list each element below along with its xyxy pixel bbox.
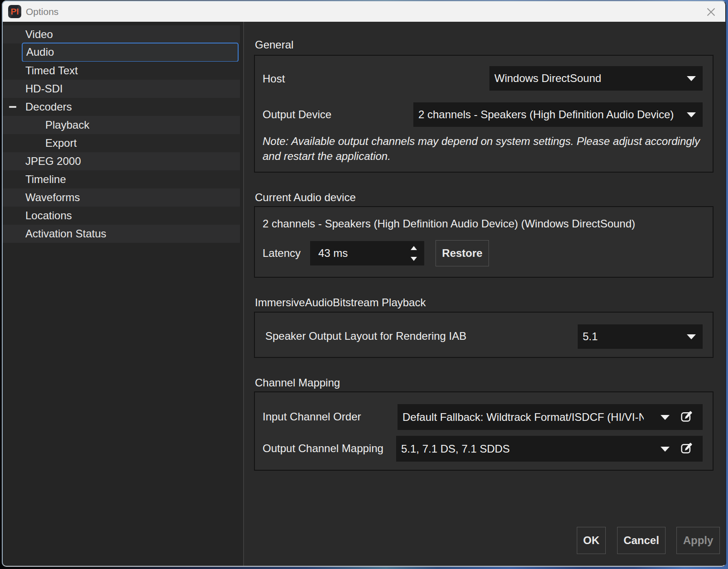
host-dropdown-value: Windows DirectSound [494,66,601,91]
titlebar[interactable]: Pl Options [2,0,726,22]
sidebar-item-label: Decoders [25,98,72,116]
current-device-text: 2 channels - Speakers (High Definition A… [263,215,635,233]
iab-layout-label: Speaker Output Layout for Rendering IAB [265,327,466,345]
dialog-content: Video Audio Timed Text HD-SDI Decoders [2,22,726,567]
close-button[interactable] [703,4,719,19]
output-device-dropdown[interactable]: 2 channels - Speakers (High Definition A… [413,102,703,127]
chevron-down-icon [687,76,696,81]
close-icon [707,8,715,16]
sidebar-item-label: Waveforms [25,188,80,207]
chevron-down-icon [687,112,696,117]
sidebar-item-locations[interactable]: Locations [3,207,240,225]
window-title: Options [26,0,58,22]
sidebar-item-jpeg-2000[interactable]: JPEG 2000 [3,152,240,170]
section-title-iab-playback: ImmersiveAudioBitstream Playback [255,296,426,309]
latency-spinner[interactable]: 43 ms [310,241,424,265]
latency-label: Latency [263,244,301,262]
chevron-down-icon [661,415,670,420]
app-icon: Pl [8,5,21,18]
sidebar-item-timeline[interactable]: Timeline [3,170,240,188]
chevron-down-icon [687,334,696,339]
apply-button[interactable]: Apply [676,527,720,554]
iab-layout-dropdown-value: 5.1 [583,324,598,349]
sidebar-item-label: Locations [25,207,72,225]
section-title-channel-mapping: Channel Mapping [255,376,340,389]
sidebar-item-label: Audio [26,43,54,61]
sidebar-item-label: Playback [45,116,89,134]
note-line-1: Note: Available output channels may depe… [263,134,700,149]
host-label: Host [263,70,285,88]
sidebar-item-timed-text[interactable]: Timed Text [3,62,240,80]
settings-panel: General Host Windows DirectSound Output … [244,22,725,567]
desktop: Pl Options Video Audio [0,0,728,569]
sidebar-item-activation-status[interactable]: Activation Status [3,225,240,243]
sidebar-item-waveforms[interactable]: Waveforms [3,188,240,207]
sidebar-item-label: Timeline [25,170,66,188]
output-channel-mapping-dropdown[interactable]: 5.1, 7.1 DS, 7.1 SDDS [396,436,703,462]
output-channel-mapping-label: Output Channel Mapping [263,439,383,458]
output-channel-mapping-value: 5.1, 7.1 DS, 7.1 SDDS [401,436,644,462]
ok-button[interactable]: OK [577,527,606,554]
sidebar-nav: Video Audio Timed Text HD-SDI Decoders [2,22,243,567]
iab-layout-dropdown[interactable]: 5.1 [578,324,703,349]
cancel-button[interactable]: Cancel [617,527,666,554]
sidebar-item-label: Video [25,25,53,43]
input-channel-order-value: Default Fallback: Wildtrack Format/ISDCF… [402,404,644,430]
note-line-2: and restart the application. [263,149,391,164]
sidebar-item-label: JPEG 2000 [25,152,81,170]
sidebar-item-decoders[interactable]: Decoders [3,98,240,116]
host-dropdown[interactable]: Windows DirectSound [489,66,703,91]
restore-button[interactable]: Restore [436,240,489,266]
sidebar-item-label: Export [45,134,77,152]
sidebar-item-video[interactable]: Video [3,25,240,43]
collapse-icon[interactable] [9,106,16,108]
output-device-dropdown-value: 2 channels - Speakers (High Definition A… [418,102,674,127]
edit-icon[interactable] [679,442,694,456]
options-dialog: Pl Options Video Audio [2,0,726,567]
spin-down-icon[interactable] [411,257,417,261]
input-channel-order-dropdown[interactable]: Default Fallback: Wildtrack Format/ISDCF… [398,404,703,430]
sidebar-item-hd-sdi[interactable]: HD-SDI [3,80,240,98]
sidebar-item-label: HD-SDI [25,80,63,98]
chevron-down-icon [661,447,670,452]
sidebar-selection-box: Audio [22,43,239,62]
sidebar-item-audio[interactable]: Audio [3,43,240,62]
edit-icon[interactable] [679,410,694,424]
section-title-current-audio-device: Current Audio device [255,191,356,204]
sidebar-item-playback[interactable]: Playback [3,116,240,134]
spin-up-icon[interactable] [411,246,417,250]
output-device-label: Output Device [263,106,331,124]
sidebar-item-label: Activation Status [25,225,106,243]
sidebar-item-export[interactable]: Export [3,134,240,152]
latency-value: 43 ms [318,241,348,265]
section-title-general: General [255,39,293,51]
input-channel-order-label: Input Channel Order [263,408,361,426]
sidebar-item-label: Timed Text [25,62,78,80]
